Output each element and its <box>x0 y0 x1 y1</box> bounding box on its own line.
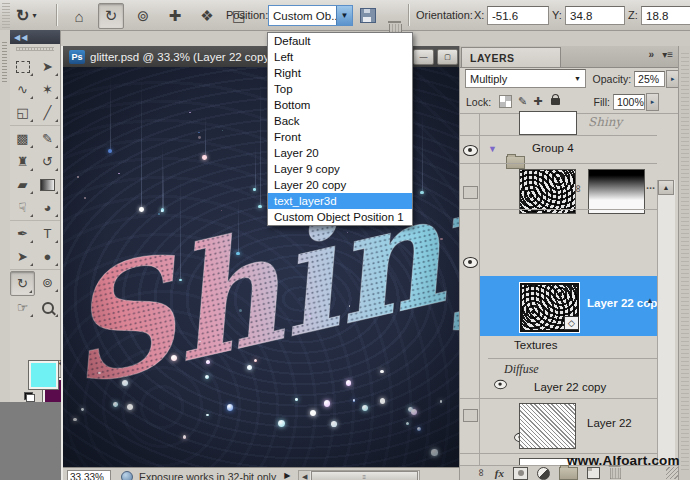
visibility-eye-icon[interactable] <box>463 257 478 268</box>
brush-tool[interactable]: ✎ <box>35 127 60 150</box>
fill-slider-icon[interactable]: ▸ <box>646 93 659 111</box>
layer-mask-thumbnail[interactable] <box>588 169 645 214</box>
visibility-eye-icon[interactable] <box>494 380 507 389</box>
collapse-panels-icon[interactable]: » <box>649 49 655 60</box>
new-group-icon[interactable] <box>559 467 578 480</box>
visibility-eye-empty[interactable] <box>463 186 478 199</box>
dropdown-item[interactable]: Layer 20 <box>268 145 412 161</box>
blend-mode-select[interactable]: Multiply ▼ <box>465 69 586 88</box>
layer22-thumbnail[interactable] <box>519 403 576 449</box>
horizontal-scrollbar[interactable]: ◀ ≡ <box>298 470 420 480</box>
position-dropdown-list: DefaultLeftRightTopBottomBackFrontLayer … <box>267 32 413 226</box>
x-input[interactable]: -51.6 <box>487 6 549 25</box>
options-bar-grip[interactable] <box>2 2 10 28</box>
scroll-left-icon[interactable]: ◀ <box>299 471 310 480</box>
layer-thumbnail-zebra[interactable] <box>519 169 576 214</box>
right-dock-edge[interactable] <box>678 46 690 480</box>
hscroll-thumb[interactable]: ≡ <box>311 471 418 480</box>
lock-position-icon[interactable]: ✚ <box>533 95 542 108</box>
hand-tool[interactable]: ☞ <box>10 296 35 319</box>
return-home-button[interactable]: ⌂ <box>66 3 92 29</box>
rotate-3d-button[interactable]: ↻ <box>98 3 124 29</box>
tools-panel-header[interactable]: ◀◀ <box>10 30 60 44</box>
smudge-tool[interactable]: ☟ <box>10 196 35 219</box>
dropdown-item[interactable]: Left <box>268 49 412 65</box>
save-position-button[interactable] <box>360 8 376 23</box>
lock-pixels-icon[interactable]: ✎ <box>518 95 527 108</box>
texture-layer-name[interactable]: Layer 22 copy <box>534 381 606 393</box>
z-input[interactable]: 18.8 <box>641 6 690 25</box>
path-select-tool[interactable]: ➤ <box>10 245 35 268</box>
type-tool[interactable]: T <box>35 222 60 245</box>
layer22-name[interactable]: Layer 22 <box>587 417 632 429</box>
rotate-3d-tool[interactable]: ↻ <box>10 271 35 296</box>
dropdown-item[interactable]: Front <box>268 129 412 145</box>
tab-layers[interactable]: LAYERS <box>461 47 561 67</box>
dropdown-item[interactable]: Right <box>268 65 412 81</box>
textures-label[interactable]: Textures <box>514 339 557 351</box>
collapse-3d-icon[interactable]: ▲ <box>646 296 654 305</box>
marquee-tool[interactable] <box>10 55 35 78</box>
healing-brush-tool[interactable]: ▩ <box>10 127 35 150</box>
fill-value[interactable]: 100% <box>613 94 645 110</box>
orbit-3d-tool[interactable]: ⊚ <box>35 271 60 294</box>
lock-all-icon[interactable] <box>551 98 560 105</box>
mask-link-icon[interactable]: ∞ <box>573 185 585 193</box>
layer-style-icon[interactable]: fx <box>495 467 504 479</box>
magic-wand-tool[interactable]: ✶ <box>35 78 60 101</box>
roll-3d-button[interactable]: ⊚ <box>130 3 156 29</box>
history-brush-tool[interactable]: ↺ <box>35 150 60 173</box>
layer-thumbnail[interactable] <box>519 111 577 135</box>
zoom-tool[interactable] <box>35 296 60 319</box>
status-info-icon[interactable] <box>121 471 133 480</box>
dropdown-item[interactable]: Layer 20 copy <box>268 177 412 193</box>
dropdown-item[interactable]: Layer 9 copy <box>268 161 412 177</box>
dropdown-item[interactable]: text_layer3d <box>268 193 412 209</box>
move-tool[interactable]: ➤ <box>35 55 60 78</box>
collapse-panel-icon[interactable]: ◀◀ <box>14 33 28 42</box>
lasso-tool[interactable]: ∿ <box>10 78 35 101</box>
shape-tool[interactable]: ● <box>35 245 60 268</box>
combobox-arrow-icon[interactable]: ▼ <box>336 6 352 25</box>
panel-resize-grip[interactable] <box>666 467 678 479</box>
visibility-eye-icon[interactable] <box>463 145 478 156</box>
dodge-tool[interactable]: ◕ <box>35 196 60 219</box>
y-label: Y: <box>552 9 562 21</box>
foreground-color-swatch[interactable] <box>29 361 58 389</box>
pan-3d-button[interactable]: ✚ <box>162 3 188 29</box>
link-layers-icon[interactable]: ∞ <box>476 469 488 477</box>
minimize-button[interactable]: — <box>413 49 434 65</box>
visibility-eye-empty[interactable] <box>463 409 478 422</box>
delete-layer-icon[interactable] <box>610 467 622 479</box>
crop-tool[interactable]: ◱ <box>10 101 35 124</box>
pen-tool[interactable]: ✒ <box>10 222 35 245</box>
position-value: Custom Ob... <box>269 10 336 22</box>
lock-transparency-icon[interactable] <box>499 95 512 108</box>
add-layer-mask-icon[interactable] <box>513 467 528 480</box>
default-colors-icon[interactable] <box>24 392 35 402</box>
clone-stamp-tool[interactable]: ♜ <box>10 150 35 173</box>
group-disclosure-icon[interactable]: ▼ <box>488 144 497 154</box>
zoom-level-field[interactable]: 33.33% <box>67 470 111 480</box>
gradient-tool[interactable] <box>35 173 60 196</box>
layers-scrollbar[interactable]: ▲ ≡ ▼ <box>657 180 675 480</box>
panel-menu-icon[interactable]: ▾≡ <box>662 49 673 60</box>
dropdown-item[interactable]: Default <box>268 33 412 49</box>
active-tool-badge[interactable]: ↻ ▾ <box>16 4 50 26</box>
maximize-button[interactable]: ▢ <box>437 49 458 65</box>
y-input[interactable]: 34.8 <box>565 6 625 25</box>
adjustment-layer-icon[interactable] <box>537 467 550 480</box>
dropdown-item[interactable]: Custom Object Position 1 <box>268 209 412 225</box>
dropdown-item[interactable]: Back <box>268 113 412 129</box>
new-layer-icon[interactable] <box>587 467 600 479</box>
dropdown-item[interactable]: Top <box>268 81 412 97</box>
opacity-value[interactable]: 25% <box>634 71 665 87</box>
eraser-tool[interactable]: ▰ <box>10 173 35 196</box>
group-name[interactable]: Group 4 <box>532 142 574 154</box>
scroll-up-icon[interactable]: ▲ <box>658 180 674 195</box>
dropdown-item[interactable]: Bottom <box>268 97 412 113</box>
status-arrow-icon[interactable]: ▶ <box>284 471 290 480</box>
slide-3d-button[interactable]: ❖ <box>194 3 220 29</box>
position-combobox[interactable]: Custom Ob... ▼ <box>268 5 353 26</box>
eyedropper-tool[interactable]: ╱ <box>35 101 60 124</box>
